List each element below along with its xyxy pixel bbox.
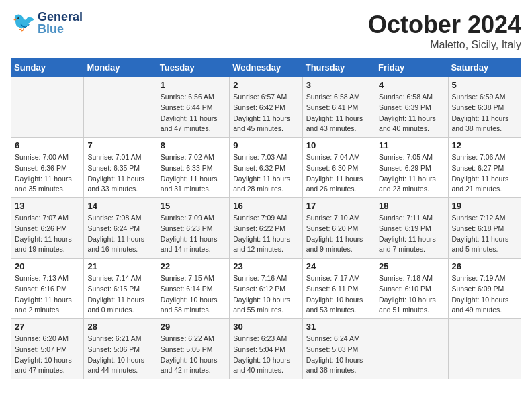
day-info: Sunrise: 6:59 AM Sunset: 6:38 PM Dayligh…	[452, 92, 517, 134]
calendar-week-row: 13Sunrise: 7:07 AM Sunset: 6:26 PM Dayli…	[11, 198, 521, 259]
day-number: 21	[87, 261, 152, 271]
calendar-cell: 28Sunrise: 6:21 AM Sunset: 5:06 PM Dayli…	[84, 319, 157, 379]
day-info: Sunrise: 6:58 AM Sunset: 6:39 PM Dayligh…	[379, 92, 444, 134]
day-number: 18	[379, 201, 444, 211]
calendar-cell: 25Sunrise: 7:18 AM Sunset: 6:10 PM Dayli…	[375, 259, 448, 319]
day-info: Sunrise: 6:58 AM Sunset: 6:41 PM Dayligh…	[306, 92, 371, 134]
day-info: Sunrise: 7:17 AM Sunset: 6:11 PM Dayligh…	[306, 273, 371, 316]
day-number: 23	[233, 261, 298, 271]
day-info: Sunrise: 7:12 AM Sunset: 6:18 PM Dayligh…	[452, 213, 517, 255]
day-info: Sunrise: 7:19 AM Sunset: 6:09 PM Dayligh…	[452, 273, 517, 316]
calendar-table: Sunday Monday Tuesday Wednesday Thursday…	[11, 58, 521, 379]
col-saturday: Saturday	[448, 58, 521, 77]
calendar-week-row: 27Sunrise: 6:20 AM Sunset: 5:07 PM Dayli…	[11, 319, 521, 379]
day-info: Sunrise: 6:20 AM Sunset: 5:07 PM Dayligh…	[15, 334, 80, 376]
calendar-cell: 4Sunrise: 6:58 AM Sunset: 6:39 PM Daylig…	[375, 77, 448, 138]
day-number: 19	[452, 201, 517, 211]
calendar-cell: 9Sunrise: 7:03 AM Sunset: 6:32 PM Daylig…	[230, 138, 302, 198]
day-number: 22	[161, 261, 226, 271]
day-number: 10	[306, 140, 371, 150]
calendar-cell: 21Sunrise: 7:14 AM Sunset: 6:15 PM Dayli…	[84, 259, 157, 319]
logo-icon: 🐦	[11, 11, 35, 35]
day-number: 7	[87, 140, 152, 150]
day-number: 4	[379, 80, 444, 90]
day-number: 28	[87, 322, 152, 332]
calendar-cell: 6Sunrise: 7:00 AM Sunset: 6:36 PM Daylig…	[11, 138, 84, 198]
day-info: Sunrise: 7:00 AM Sunset: 6:36 PM Dayligh…	[15, 152, 80, 195]
calendar-cell: 29Sunrise: 6:22 AM Sunset: 5:05 PM Dayli…	[157, 319, 229, 379]
day-number: 27	[15, 322, 80, 332]
day-number: 2	[233, 80, 298, 90]
calendar-cell	[11, 77, 84, 138]
col-tuesday: Tuesday	[157, 58, 229, 77]
day-info: Sunrise: 7:13 AM Sunset: 6:16 PM Dayligh…	[15, 273, 80, 316]
day-info: Sunrise: 7:15 AM Sunset: 6:14 PM Dayligh…	[161, 273, 226, 316]
day-number: 5	[452, 80, 517, 90]
calendar-week-row: 1Sunrise: 6:56 AM Sunset: 6:44 PM Daylig…	[11, 77, 521, 138]
location-text: Maletto, Sicily, Italy	[368, 39, 521, 51]
calendar-cell: 1Sunrise: 6:56 AM Sunset: 6:44 PM Daylig…	[157, 77, 229, 138]
day-info: Sunrise: 6:22 AM Sunset: 5:05 PM Dayligh…	[161, 334, 226, 376]
day-info: Sunrise: 7:02 AM Sunset: 6:33 PM Dayligh…	[161, 152, 226, 195]
calendar-cell: 20Sunrise: 7:13 AM Sunset: 6:16 PM Dayli…	[11, 259, 84, 319]
calendar-cell	[375, 319, 448, 379]
day-number: 1	[161, 80, 226, 90]
calendar-cell: 7Sunrise: 7:01 AM Sunset: 6:35 PM Daylig…	[84, 138, 157, 198]
calendar-cell	[448, 319, 521, 379]
day-info: Sunrise: 7:16 AM Sunset: 6:12 PM Dayligh…	[233, 273, 298, 316]
calendar-cell: 22Sunrise: 7:15 AM Sunset: 6:14 PM Dayli…	[157, 259, 229, 319]
day-number: 25	[379, 261, 444, 271]
calendar-cell: 14Sunrise: 7:08 AM Sunset: 6:24 PM Dayli…	[84, 198, 157, 259]
calendar-cell: 11Sunrise: 7:05 AM Sunset: 6:29 PM Dayli…	[375, 138, 448, 198]
day-info: Sunrise: 7:09 AM Sunset: 6:23 PM Dayligh…	[161, 213, 226, 255]
day-number: 24	[306, 261, 371, 271]
calendar-cell: 24Sunrise: 7:17 AM Sunset: 6:11 PM Dayli…	[302, 259, 375, 319]
calendar-cell: 19Sunrise: 7:12 AM Sunset: 6:18 PM Dayli…	[448, 198, 521, 259]
day-info: Sunrise: 7:03 AM Sunset: 6:32 PM Dayligh…	[233, 152, 298, 195]
day-number: 3	[306, 80, 371, 90]
day-info: Sunrise: 7:08 AM Sunset: 6:24 PM Dayligh…	[87, 213, 152, 255]
logo-name: General Blue	[38, 11, 83, 35]
calendar-cell: 12Sunrise: 7:06 AM Sunset: 6:27 PM Dayli…	[448, 138, 521, 198]
calendar-cell: 2Sunrise: 6:57 AM Sunset: 6:42 PM Daylig…	[230, 77, 302, 138]
month-title: October 2024	[368, 11, 521, 39]
calendar-week-row: 20Sunrise: 7:13 AM Sunset: 6:16 PM Dayli…	[11, 259, 521, 319]
col-friday: Friday	[375, 58, 448, 77]
day-number: 6	[15, 140, 80, 150]
day-info: Sunrise: 7:07 AM Sunset: 6:26 PM Dayligh…	[15, 213, 80, 255]
day-number: 8	[161, 140, 226, 150]
title-block: October 2024 Maletto, Sicily, Italy	[368, 11, 521, 51]
logo: 🐦 General Blue	[11, 11, 83, 35]
day-number: 14	[87, 201, 152, 211]
day-number: 15	[161, 201, 226, 211]
day-info: Sunrise: 7:18 AM Sunset: 6:10 PM Dayligh…	[379, 273, 444, 316]
logo-general-text: General	[38, 11, 83, 23]
day-info: Sunrise: 6:57 AM Sunset: 6:42 PM Dayligh…	[233, 92, 298, 134]
day-info: Sunrise: 7:01 AM Sunset: 6:35 PM Dayligh…	[87, 152, 152, 195]
day-info: Sunrise: 7:04 AM Sunset: 6:30 PM Dayligh…	[306, 152, 371, 195]
day-info: Sunrise: 7:11 AM Sunset: 6:19 PM Dayligh…	[379, 213, 444, 255]
day-info: Sunrise: 6:56 AM Sunset: 6:44 PM Dayligh…	[161, 92, 226, 134]
day-number: 20	[15, 261, 80, 271]
day-info: Sunrise: 6:23 AM Sunset: 5:04 PM Dayligh…	[233, 334, 298, 376]
day-info: Sunrise: 7:14 AM Sunset: 6:15 PM Dayligh…	[87, 273, 152, 316]
day-info: Sunrise: 6:21 AM Sunset: 5:06 PM Dayligh…	[87, 334, 152, 376]
calendar-cell	[84, 77, 157, 138]
day-number: 12	[452, 140, 517, 150]
day-number: 31	[306, 322, 371, 332]
calendar-week-row: 6Sunrise: 7:00 AM Sunset: 6:36 PM Daylig…	[11, 138, 521, 198]
calendar-cell: 30Sunrise: 6:23 AM Sunset: 5:04 PM Dayli…	[230, 319, 302, 379]
header-row: Sunday Monday Tuesday Wednesday Thursday…	[11, 58, 521, 77]
day-number: 16	[233, 201, 298, 211]
calendar-cell: 18Sunrise: 7:11 AM Sunset: 6:19 PM Dayli…	[375, 198, 448, 259]
col-thursday: Thursday	[302, 58, 375, 77]
logo-blue-text: Blue	[38, 23, 83, 35]
calendar-body: 1Sunrise: 6:56 AM Sunset: 6:44 PM Daylig…	[11, 77, 521, 379]
calendar-cell: 26Sunrise: 7:19 AM Sunset: 6:09 PM Dayli…	[448, 259, 521, 319]
day-number: 17	[306, 201, 371, 211]
col-wednesday: Wednesday	[230, 58, 302, 77]
calendar-cell: 13Sunrise: 7:07 AM Sunset: 6:26 PM Dayli…	[11, 198, 84, 259]
day-number: 30	[233, 322, 298, 332]
day-info: Sunrise: 7:10 AM Sunset: 6:20 PM Dayligh…	[306, 213, 371, 255]
page-header: 🐦 General Blue October 2024 Maletto, Sic…	[11, 11, 521, 51]
